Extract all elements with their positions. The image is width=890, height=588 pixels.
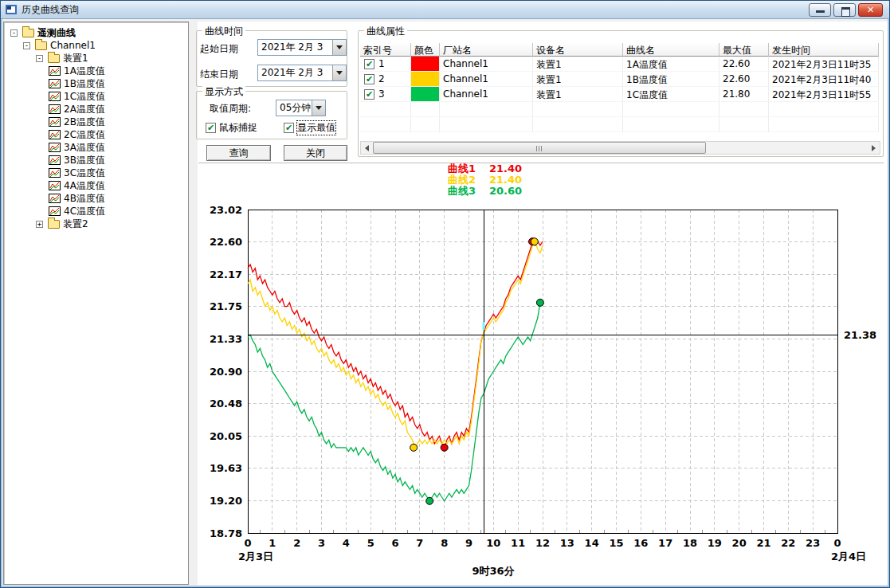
period-combo[interactable]: 05分钟	[276, 100, 326, 116]
tree-item[interactable]: 2C温度值	[4, 128, 188, 141]
x-axis-tick-label: 0	[833, 537, 841, 549]
tree-item[interactable]: 4A温度值	[4, 179, 188, 192]
tree-item[interactable]: 2B温度值	[4, 116, 188, 128]
curve-icon	[49, 104, 61, 114]
table-cell: Channel1	[440, 72, 533, 87]
tree-item[interactable]: 4C温度值	[4, 205, 188, 218]
column-header[interactable]: 发生时间	[769, 43, 879, 57]
end-date-dropdown-button[interactable]	[332, 65, 346, 80]
mouse-capture-checkbox[interactable]: ✔ 鼠标捕捉	[206, 121, 257, 135]
x-axis-tick-label: 5	[367, 537, 374, 549]
x-axis-tick-label: 17	[658, 537, 672, 549]
x-axis-tick-label: 13	[560, 537, 574, 549]
start-date-combo[interactable]: 2021年 2月 3	[257, 39, 347, 56]
y-axis-tick-label: 21.75	[210, 300, 242, 312]
table-hscrollbar[interactable]	[360, 141, 880, 155]
curve-chart[interactable]: 23.0222.6022.1721.7521.3320.9020.4820.05…	[200, 198, 885, 586]
tree-item-label: 3B温度值	[64, 154, 105, 167]
curve-icon	[49, 143, 61, 152]
scroll-left-arrow-icon[interactable]	[361, 142, 373, 154]
tree-item[interactable]: 1C温度值	[4, 90, 188, 103]
query-button[interactable]: 查询	[206, 145, 271, 161]
table-cell	[769, 102, 879, 117]
tree-item[interactable]: 3C温度值	[4, 167, 188, 179]
row-index: 3	[378, 88, 385, 100]
scrollbar-track[interactable]	[373, 142, 868, 154]
minimize-button[interactable]	[809, 3, 831, 17]
tree-item-label: 2B温度值	[64, 116, 105, 129]
legend-curve-value: 21.40	[489, 174, 522, 186]
x-axis-tick-label: 2	[293, 537, 300, 549]
start-date-dropdown-button[interactable]	[332, 40, 346, 55]
end-date-combo[interactable]: 2021年 2月 3	[257, 65, 347, 81]
tree-item-label: Channel1	[50, 40, 96, 51]
display-mode-group-title: 显示方式	[202, 85, 245, 99]
x-axis-tick-label: 21	[756, 537, 770, 549]
collapse-icon[interactable]: -	[36, 55, 43, 62]
mouse-capture-label: 鼠标捕捉	[219, 121, 257, 135]
row-checkbox[interactable]: ✔	[364, 59, 374, 69]
table-cell: 22.60	[719, 57, 769, 72]
tree-item-label: 4A温度值	[64, 179, 105, 193]
table-cell: 装置1	[533, 57, 623, 72]
expand-icon[interactable]: +	[36, 221, 43, 228]
curve-icon	[49, 181, 61, 190]
close-button[interactable]	[858, 3, 883, 17]
curve-icon	[49, 194, 61, 203]
tree-item[interactable]: 3B温度值	[4, 154, 188, 167]
checkbox-check-icon: ✔	[284, 123, 294, 133]
tree-item[interactable]: 3A温度值	[4, 141, 188, 154]
row-checkbox[interactable]: ✔	[364, 74, 374, 84]
tree-item-label: 装置2	[63, 218, 88, 231]
column-header[interactable]: 设备名	[533, 43, 623, 57]
y-axis-tick-label: 21.33	[210, 333, 242, 345]
column-header[interactable]: 索引号	[360, 43, 411, 57]
period-dropdown-button[interactable]	[312, 100, 325, 116]
table-row[interactable]: ✔3Channel1装置11C温度值21.802021年2月3日11时55	[360, 87, 879, 102]
tree-item[interactable]: +装置2	[4, 218, 188, 230]
folder-icon	[48, 54, 60, 63]
x-axis-tick-label: 7	[416, 537, 423, 549]
tree-item-label: 遥测曲线	[37, 26, 76, 40]
window-title: 历史曲线查询	[22, 3, 79, 17]
table-row[interactable]: ✔1Channel1装置11A温度值22.602021年2月3日11时35	[360, 57, 879, 72]
column-header[interactable]: 颜色	[411, 43, 440, 57]
curve-icon	[49, 206, 61, 216]
maximize-button[interactable]	[833, 3, 856, 17]
x-axis-tick-label: 11	[511, 537, 525, 549]
tree-item[interactable]: 1A温度值	[4, 65, 188, 77]
legend-row: 曲线221.40	[448, 174, 522, 186]
x-axis-tick-label: 16	[633, 537, 648, 549]
table-cell	[623, 117, 719, 132]
curve-series	[248, 303, 540, 501]
tree-item[interactable]: 1B温度值	[4, 77, 188, 90]
x-axis-tick-label: 19	[708, 537, 722, 549]
column-header[interactable]: 最大值	[719, 43, 769, 57]
table-cell	[411, 57, 440, 72]
tree-item[interactable]: -装置1	[4, 52, 188, 65]
legend-curve-value: 20.60	[489, 186, 522, 197]
table-cell: 装置1	[533, 72, 623, 87]
tree-item[interactable]: 2A温度值	[4, 103, 188, 116]
chevron-down-icon	[316, 106, 322, 110]
collapse-icon[interactable]: -	[23, 42, 30, 49]
row-checkbox[interactable]: ✔	[364, 89, 374, 100]
column-header[interactable]: 厂站名	[440, 43, 533, 57]
tree-item[interactable]: -遥测曲线	[4, 26, 188, 39]
table-row[interactable]: ✔2Channel1装置11B温度值22.602021年2月3日11时40	[360, 72, 879, 87]
close-dialog-button[interactable]: 关闭	[284, 145, 347, 161]
x-axis-tick-label: 0	[244, 537, 251, 549]
history-curve-window: 历史曲线查询 -遥测曲线-Channel1-装置11A温度值1B温度值1C温度值…	[0, 0, 890, 588]
collapse-icon[interactable]: -	[10, 29, 18, 37]
x-axis-tick-label: 10	[486, 537, 500, 549]
scroll-right-arrow-icon[interactable]	[868, 142, 880, 154]
tree-item[interactable]: -Channel1	[4, 39, 188, 52]
column-header[interactable]: 曲线名	[623, 43, 719, 57]
y-axis-tick-label: 23.02	[210, 204, 242, 216]
tree-item[interactable]: 4B温度值	[4, 192, 188, 205]
telemetry-curve-tree[interactable]: -遥测曲线-Channel1-装置11A温度值1B温度值1C温度值2A温度值2B…	[3, 22, 189, 585]
scrollbar-thumb[interactable]	[373, 142, 706, 154]
gridlines	[248, 210, 837, 533]
y-axis-tick-label: 19.20	[210, 495, 242, 507]
show-extremes-checkbox[interactable]: ✔ 显示最值	[284, 121, 335, 135]
